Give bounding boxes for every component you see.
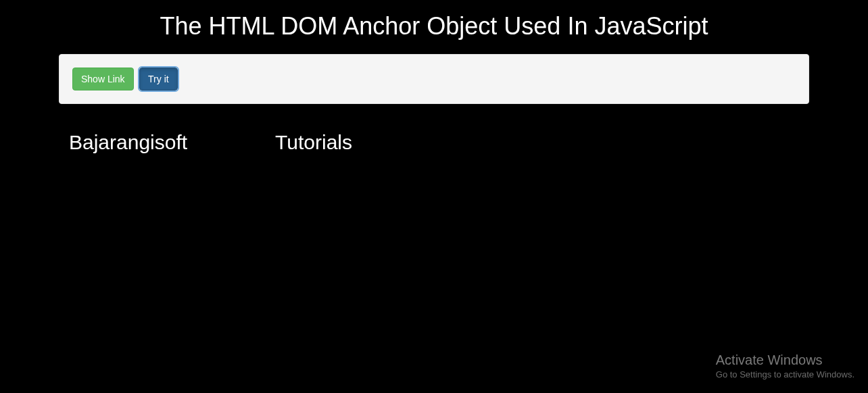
main-container: The HTML DOM Anchor Object Used In JavaS… (49, 12, 819, 154)
watermark-title: Activate Windows (716, 352, 854, 368)
page-title: The HTML DOM Anchor Object Used In JavaS… (59, 12, 809, 41)
result-link-2[interactable]: Tutorials (275, 131, 352, 154)
try-it-button[interactable]: Try it (139, 68, 178, 90)
button-panel: Show Link Try it (59, 54, 809, 104)
windows-activation-watermark: Activate Windows Go to Settings to activ… (716, 352, 854, 379)
results-row: Bajarangisoft Tutorials (59, 117, 809, 154)
result-link-1[interactable]: Bajarangisoft (69, 131, 187, 154)
watermark-subtitle: Go to Settings to activate Windows. (716, 369, 854, 379)
show-link-button[interactable]: Show Link (72, 68, 134, 90)
